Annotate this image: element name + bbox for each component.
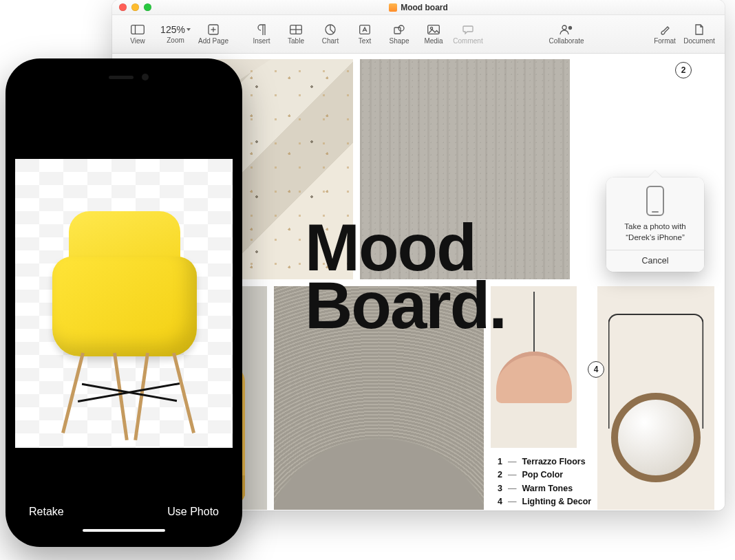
traffic-lights [119,3,151,11]
collaborate-icon [560,23,573,36]
text-button[interactable]: Text [348,19,382,50]
zoom-label: Zoom [167,37,184,44]
document-button[interactable]: Document [682,19,716,50]
insert-button[interactable]: Insert [244,19,279,50]
callout-4: 4 [588,361,604,378]
format-button[interactable]: Format [648,19,682,50]
mood-board-title: Mood Board. [305,219,506,335]
iphone-screen: Retake Use Photo [15,68,233,537]
pie-chart-icon [323,23,337,36]
chair-seat [52,257,197,356]
zoom-window-button[interactable] [144,3,151,11]
close-window-button[interactable] [119,3,127,11]
shape-icon [392,23,406,36]
legend-item: 4—Lighting & Decor [493,495,591,508]
comment-icon [461,23,475,36]
document-icon [692,23,706,36]
callout-2: 2 [675,62,692,78]
add-page-label: Add Page [198,38,228,45]
paintbrush-icon [658,23,672,36]
text-box-icon [358,23,372,36]
media-button[interactable]: Media [416,19,451,50]
chevron-down-icon [187,28,191,31]
collaborate-button[interactable]: Collaborate [542,19,590,50]
chair-leg [172,352,195,433]
legend: 1—Terrazzo Floors 2—Pop Color 3—Warm Ton… [493,455,591,509]
popover-cancel-button[interactable]: Cancel [606,250,704,272]
iphone-notch [69,68,179,87]
shape-button[interactable]: Shape [382,19,416,50]
camera-photo-preview [15,159,233,448]
view-button[interactable]: View [120,19,155,50]
window-title: Mood board [401,3,448,12]
zoom-control[interactable]: 125% Zoom [155,19,196,50]
chair-leg [113,353,129,440]
add-page-button[interactable]: Add Page [196,19,231,50]
tile-mirror [597,286,714,510]
phone-outline-icon [646,186,664,216]
svg-point-13 [430,27,432,29]
home-indicator[interactable] [83,529,165,532]
media-icon [427,23,440,36]
sidebar-icon [131,23,145,36]
retake-button[interactable]: Retake [29,506,64,518]
paragraph-icon [255,23,268,36]
toolbar: View 125% Zoom Add Page Insert [112,15,725,54]
legend-item: 3—Warm Tones [493,482,591,495]
chart-button[interactable]: Chart [313,19,348,50]
table-icon [289,23,303,36]
view-label: View [130,38,145,45]
iphone-device: Retake Use Photo [6,58,242,547]
chair-leg [61,352,85,433]
legend-item: 2—Pop Color [493,469,591,482]
zoom-value: 125% [160,24,185,35]
continuity-camera-popover: Take a photo with “Derek’s iPhone” Cance… [606,177,704,272]
legend-item: 1—Terrazzo Floors [493,455,591,469]
svg-rect-0 [131,25,145,34]
camera-action-bar: Retake Use Photo [15,506,233,518]
minimize-window-button[interactable] [131,3,139,11]
document-icon [389,3,397,12]
svg-point-11 [398,25,404,31]
use-photo-button[interactable]: Use Photo [167,506,219,518]
window-titlebar[interactable]: Mood board [112,0,725,15]
popover-message: Take a photo with “Derek’s iPhone” [612,222,699,243]
svg-point-14 [562,25,566,30]
table-button[interactable]: Table [279,19,313,50]
add-page-icon [206,23,220,36]
comment-button[interactable]: Comment [451,19,485,50]
